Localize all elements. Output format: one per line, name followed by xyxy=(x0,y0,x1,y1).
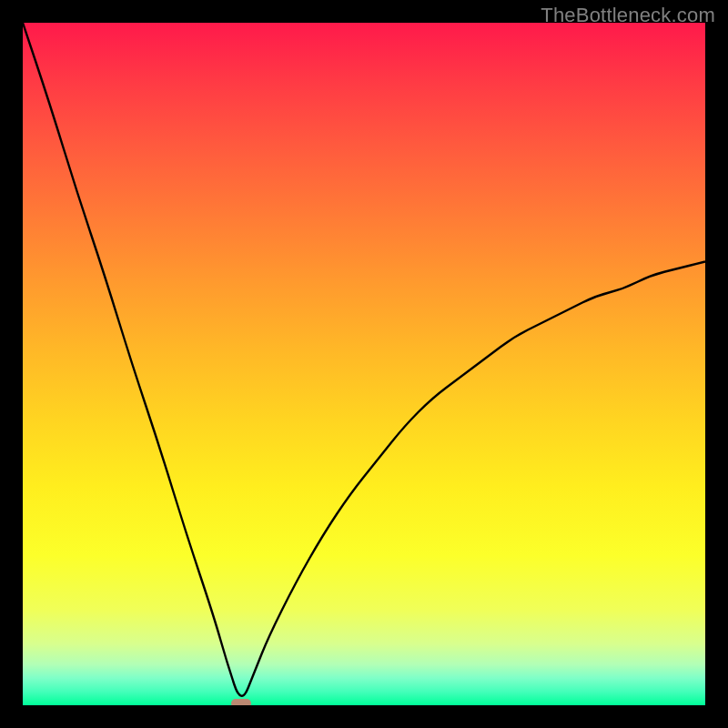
plot-area xyxy=(23,23,705,705)
bottleneck-curve xyxy=(23,23,705,696)
watermark-text: TheBottleneck.com xyxy=(541,4,715,27)
curve-layer xyxy=(23,23,705,705)
chart-frame: TheBottleneck.com xyxy=(0,0,728,728)
optimum-marker xyxy=(231,699,251,705)
